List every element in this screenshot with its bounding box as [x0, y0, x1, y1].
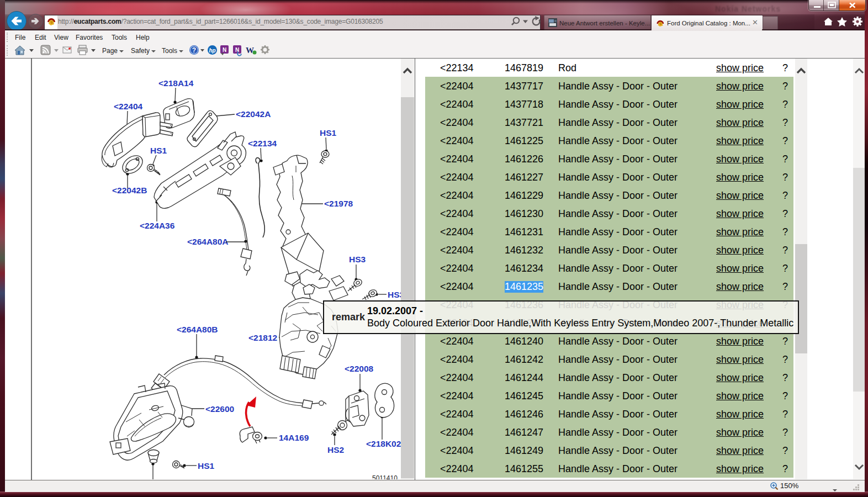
svg-text:HS1: HS1: [150, 146, 167, 155]
svg-text:HS1: HS1: [320, 128, 337, 138]
svg-text:<22600: <22600: [205, 404, 234, 414]
svg-text:<218A14: <218A14: [158, 78, 194, 88]
svg-text:<218K02: <218K02: [366, 439, 401, 448]
svg-text:<22008: <22008: [345, 364, 374, 373]
svg-text:<224A36: <224A36: [140, 221, 175, 230]
svg-text:<22404: <22404: [114, 102, 143, 111]
svg-text:<21812: <21812: [248, 333, 277, 342]
svg-text:HS1: HS1: [198, 461, 215, 470]
svg-text:<22042B: <22042B: [112, 186, 147, 195]
svg-text:<264A80B: <264A80B: [177, 325, 218, 334]
svg-text:<22042A: <22042A: [236, 109, 271, 119]
svg-text:<21978: <21978: [324, 199, 353, 208]
svg-text:HS2: HS2: [327, 445, 344, 454]
svg-text:<22134: <22134: [248, 139, 277, 148]
svg-text:14A169: 14A169: [279, 433, 309, 442]
svg-text:HS3: HS3: [349, 255, 366, 264]
svg-text:HS3: HS3: [388, 290, 405, 299]
svg-text:<264A80A: <264A80A: [187, 237, 229, 246]
